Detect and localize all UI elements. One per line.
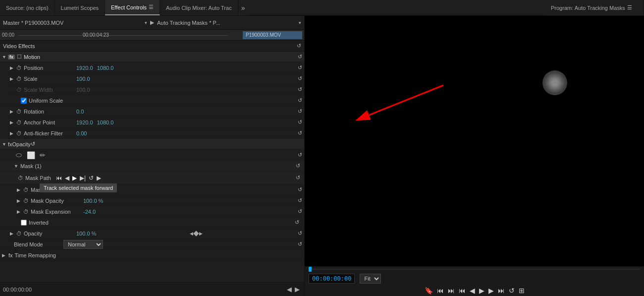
tab-effect-controls[interactable]: Effect Controls ☰ xyxy=(105,0,160,15)
mask-caret[interactable]: ▼ xyxy=(14,164,19,169)
position-caret[interactable]: ▶ xyxy=(10,65,15,70)
tab-menu-icon[interactable]: ☰ xyxy=(149,4,154,10)
mask-reset[interactable]: ↺ xyxy=(296,163,300,169)
position-stopwatch[interactable]: ⏱ xyxy=(16,65,22,71)
scale-width-reset[interactable]: ↺ xyxy=(298,86,302,93)
position-x[interactable]: 1920.0 xyxy=(76,65,93,71)
anchor-reset[interactable]: ↺ xyxy=(298,119,302,125)
tab-lumetri[interactable]: Lumetri Scopes xyxy=(55,0,105,15)
scale-reset[interactable]: ↺ xyxy=(298,75,302,82)
clip-block[interactable]: P1900003.MOV xyxy=(243,31,302,39)
opacity-caret[interactable]: ▼ xyxy=(2,142,6,147)
position-reset[interactable]: ↺ xyxy=(298,64,302,71)
mask-expansion-stopwatch[interactable]: ⏱ xyxy=(23,209,29,215)
play-header-btn[interactable]: ▶ xyxy=(150,19,154,26)
tab-overflow-btn[interactable]: » xyxy=(238,4,248,12)
mask-opacity-reset[interactable]: ↺ xyxy=(298,197,302,204)
mask-expand-btn[interactable]: ▶ xyxy=(96,175,102,181)
mask-next-btn[interactable]: ▶| xyxy=(79,175,87,181)
shapes-reset[interactable]: ↺ xyxy=(298,152,302,158)
tab-program[interactable]: Program: Auto Tracking Masks ☰ xyxy=(545,0,644,15)
mask-expansion-value[interactable]: -24.0 xyxy=(83,209,96,215)
rotation-value[interactable]: 0.0 xyxy=(76,109,84,115)
mask-opacity-value[interactable]: 100.0 % xyxy=(83,198,103,204)
program-menu-icon[interactable]: ☰ xyxy=(627,4,632,11)
uniform-scale-checkbox[interactable] xyxy=(21,98,27,104)
tab-source[interactable]: Source: (no clips) xyxy=(0,0,55,15)
go-to-in-btn[interactable]: ⏮ xyxy=(459,287,466,295)
kf-prev[interactable]: ◀ xyxy=(190,231,193,236)
opacity-reset[interactable]: ↺ xyxy=(31,141,35,147)
mask-play-forward-btn[interactable]: ▶ xyxy=(71,175,78,181)
anti-flicker-value[interactable]: 0.00 xyxy=(76,130,87,136)
anchor-caret[interactable]: ▶ xyxy=(10,120,15,125)
position-y[interactable]: 1080.0 xyxy=(97,65,114,71)
effects-reset-icon[interactable]: ↺ xyxy=(297,43,301,49)
fit-select[interactable]: Fit xyxy=(360,274,381,284)
rotation-stopwatch[interactable]: ⏱ xyxy=(16,109,22,115)
step-prev-btn[interactable]: ◀ xyxy=(470,287,475,295)
kf-next[interactable]: ▶ xyxy=(199,231,203,236)
opacity-val-reset[interactable]: ↺ xyxy=(298,230,302,237)
opacity-val-caret[interactable]: ▶ xyxy=(10,231,15,236)
anti-flicker-stopwatch[interactable]: ⏱ xyxy=(16,130,22,136)
mask-expansion-caret[interactable]: ▶ xyxy=(17,209,22,214)
marker-btn[interactable]: 🔖 xyxy=(425,287,433,295)
anti-flicker-caret[interactable]: ▶ xyxy=(10,131,15,136)
mask-expansion-reset[interactable]: ↺ xyxy=(298,208,302,215)
mask-opacity-stopwatch[interactable]: ⏱ xyxy=(23,198,29,204)
step-back-btn[interactable]: ⏭ xyxy=(448,287,455,295)
scrubber-thumb[interactable] xyxy=(309,267,312,272)
inverted-reset[interactable]: ↺ xyxy=(295,219,299,226)
pen-mask-icon[interactable]: ✏ xyxy=(38,151,48,159)
opacity-val-stopwatch[interactable]: ⏱ xyxy=(16,231,22,237)
motion-icon[interactable]: ☐ xyxy=(17,54,22,60)
kf-diamond[interactable] xyxy=(193,231,199,236)
rect-mask-icon[interactable]: ⬜ xyxy=(26,151,36,159)
motion-title-row[interactable]: ▼ fx ☐ Motion ↺ xyxy=(0,52,304,62)
scale-value[interactable]: 100.0 xyxy=(76,76,90,82)
time-remap-caret[interactable]: ▶ xyxy=(2,253,7,258)
anti-flicker-reset[interactable]: ↺ xyxy=(298,130,302,136)
uniform-scale-reset[interactable]: ↺ xyxy=(298,97,302,104)
mask-opacity-caret[interactable]: ▶ xyxy=(17,198,22,203)
right-time-display[interactable]: 00:00:00:00 xyxy=(309,274,355,284)
motion-caret[interactable]: ▼ xyxy=(2,55,6,59)
play-btn[interactable]: ▶ xyxy=(479,287,484,295)
inverted-checkbox[interactable] xyxy=(21,220,27,226)
step-next-btn[interactable]: ▶ xyxy=(488,287,494,295)
safe-margin-btn[interactable]: ⊞ xyxy=(519,287,525,295)
mask-path-reset[interactable]: ↺ xyxy=(296,175,300,181)
anchor-x[interactable]: 1920.0 xyxy=(76,119,93,125)
mask-go-first-btn[interactable]: ⏮ xyxy=(55,175,63,181)
mask-feather-stopwatch[interactable]: ⏱ xyxy=(23,187,29,193)
scrubber-track[interactable] xyxy=(309,269,640,270)
blend-mode-select[interactable]: Normal xyxy=(63,240,103,249)
anchor-y[interactable]: 1080.0 xyxy=(97,119,114,125)
ellipse-mask-icon[interactable]: ⬭ xyxy=(14,151,24,159)
step-back-frame-btn[interactable]: ⏮ xyxy=(437,287,444,295)
scale-width-row: ⏱ Scale Width 100.0 ↺ xyxy=(7,84,304,95)
mask-path-stopwatch[interactable]: ⏱ xyxy=(18,175,23,181)
scroll-right-btn[interactable]: ▶ xyxy=(295,286,300,293)
mask-feather-caret[interactable]: ▶ xyxy=(17,187,22,192)
mask-prev-btn[interactable]: ◀ xyxy=(64,175,70,181)
scale-stopwatch[interactable]: ⏱ xyxy=(16,76,22,82)
rotation-reset[interactable]: ↺ xyxy=(298,108,302,115)
anchor-stopwatch[interactable]: ⏱ xyxy=(16,119,22,125)
loop-btn[interactable]: ↺ xyxy=(509,287,515,295)
motion-reset[interactable]: ↺ xyxy=(298,54,302,60)
master-dropdown[interactable]: ▾ xyxy=(145,20,147,25)
mask-track-btn[interactable]: ↺ xyxy=(88,175,95,181)
opacity-title-row[interactable]: ▼ fx Opacity ↺ xyxy=(0,139,304,150)
anti-flicker-row: ▶ ⏱ Anti-flicker Filter 0.00 ↺ xyxy=(7,128,304,139)
mask-feather-reset[interactable]: ↺ xyxy=(298,186,302,193)
blend-mode-reset[interactable]: ↺ xyxy=(298,241,302,247)
scroll-left-btn[interactable]: ◀ xyxy=(287,286,292,293)
rotation-caret[interactable]: ▶ xyxy=(10,109,15,114)
go-to-out-btn[interactable]: ⏭ xyxy=(498,287,505,295)
sequence-dropdown[interactable]: ▾ xyxy=(299,20,301,25)
scale-caret[interactable]: ▶ xyxy=(10,76,15,81)
tab-audio-clip-mixer[interactable]: Audio Clip Mixer: Auto Trac xyxy=(160,0,238,15)
opacity-val[interactable]: 100.0 % xyxy=(76,231,96,237)
